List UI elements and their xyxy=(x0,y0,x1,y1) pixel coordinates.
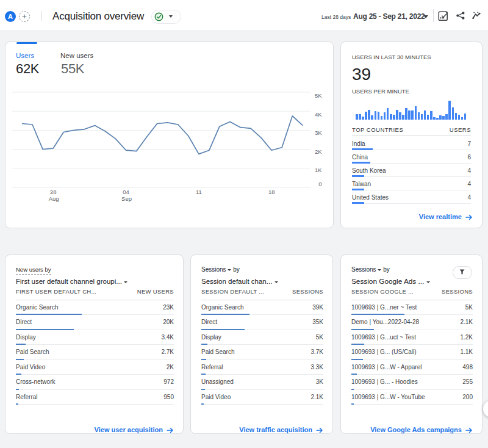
svg-text:5K: 5K xyxy=(315,92,322,99)
svg-text:1K: 1K xyxy=(315,167,322,173)
svg-text:Sep: Sep xyxy=(121,195,132,202)
svg-text:0: 0 xyxy=(318,181,321,187)
svg-text:3K: 3K xyxy=(315,129,322,136)
svg-text:18: 18 xyxy=(268,189,275,195)
svg-text:2K: 2K xyxy=(315,148,322,155)
svg-text:Aug: Aug xyxy=(49,195,59,202)
svg-text:04: 04 xyxy=(123,189,129,195)
svg-text:28: 28 xyxy=(50,189,57,195)
svg-text:11: 11 xyxy=(196,189,202,195)
svg-text:4K: 4K xyxy=(315,111,322,118)
